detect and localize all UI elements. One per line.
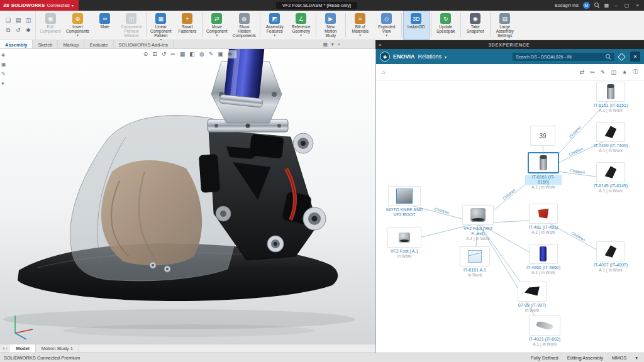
ribbon-button-linear-component-pattern[interactable]: ▦Linear Component Pattern▾	[148, 11, 174, 40]
ribbon-button-show-hidden-components[interactable]: ◍Show Hidden Components	[230, 11, 258, 40]
view-settings-icon[interactable]: ✱	[228, 51, 233, 58]
tab-addins[interactable]: SOLIDWORKS Add-Ins	[114, 40, 174, 48]
status-units-caret[interactable]: ▾	[635, 355, 638, 361]
graph-node-b6161[interactable]: IT-6161 A.1In Work	[457, 246, 493, 277]
tab-evaluate[interactable]: Evaluate	[84, 40, 113, 48]
previous-view-icon[interactable]: ↺	[162, 51, 167, 58]
group-count: 39	[539, 133, 546, 140]
restore-button[interactable]: ▢	[623, 3, 631, 8]
markup-pane-icon[interactable]: ✎	[1, 71, 6, 77]
solidworks-logo[interactable]: 3S SOLIDWORKS Connected ▾	[0, 0, 79, 11]
node-title: 07-99 (IT-997)	[514, 303, 550, 308]
footsm-thumbnail	[399, 233, 410, 243]
favorite-icon[interactable]: ★	[622, 69, 627, 75]
ribbon-button-smart-fasteners[interactable]: +Smart Fasteners	[174, 11, 201, 40]
node-title: IT-491 (IT-491)	[526, 225, 561, 230]
compare-icon[interactable]: ◫	[611, 69, 616, 75]
tab-scroll-arrows[interactable]: « ‹	[0, 344, 10, 353]
cut-icon[interactable]: ✂	[590, 69, 595, 75]
graph-node-dark[interactable]: 07-99 (IT-997)In Work	[514, 282, 550, 312]
zoom-area-icon[interactable]: ⊡	[152, 51, 157, 58]
node-subtitle: In Work	[384, 254, 425, 258]
ribbon-button-mate[interactable]: ∞Mate	[92, 11, 118, 40]
apply-scene-icon[interactable]: ▣	[218, 51, 223, 58]
relations-app-selector[interactable]: Relations	[418, 53, 442, 60]
graph-node-r2[interactable]: IT-7400 (IT-7400)A.1 | In Work	[593, 122, 628, 153]
ribbon-separator	[316, 13, 316, 37]
search-icon[interactable]	[594, 3, 600, 8]
bluecyl-thumbnail	[540, 246, 547, 261]
graph-node-r3[interactable]: IT-6145 (IT-6145)A.1 | In Work	[593, 162, 628, 193]
graphics-area[interactable]: ⊙⊡↺✂▦◧◍✎▣✱ ◈▣✎●	[0, 49, 375, 344]
ribbon-separator	[460, 13, 461, 37]
quick-access-toolbar: ❏▤◫⧉↺✱	[1, 11, 36, 40]
ribbon-button-bill-of-materials[interactable]: ≡Bill of Materials▾	[347, 11, 374, 40]
view-orientation-icon[interactable]: ▦	[180, 51, 186, 58]
ribbon-button-reference-geometry[interactable]: ∠Reference Geometry▾	[288, 11, 314, 40]
app-caret-icon[interactable]: ▾	[445, 55, 447, 59]
compass-icon[interactable]: ◈	[380, 52, 390, 62]
tab-sketch[interactable]: Sketch	[33, 40, 58, 48]
edit-appearance-icon[interactable]: ✎	[209, 51, 214, 58]
save-icon[interactable]: ◫	[24, 16, 33, 25]
search-input[interactable]	[516, 55, 602, 59]
ribbon-button-move-component[interactable]: ⇄Move Component▾	[204, 11, 230, 40]
sensors-pane-icon[interactable]: ●	[1, 80, 6, 86]
apps-grid-icon[interactable]: ▦	[604, 3, 609, 8]
relations-graph-canvas[interactable]: ChildrenChildrenChildrenChildrenChildren…	[376, 80, 644, 353]
tag-icon[interactable]	[618, 53, 626, 61]
ribbon-button-assembly-features[interactable]: ◩Assembly Features▾	[262, 11, 288, 40]
ribbon-button-exploded-view[interactable]: ◇Exploded View▾	[374, 11, 400, 40]
options-icon[interactable]: ✱	[24, 26, 33, 35]
tabrow-close-pane-icon[interactable]: ×	[338, 41, 340, 47]
edit-icon[interactable]: ✎	[601, 69, 606, 75]
graph-node-r1[interactable]: IT-6151 (IT-6151)A.1 | In Work	[593, 82, 628, 112]
graph-node-red[interactable]: IT-491 (IT-491)A.1 | In Work	[526, 204, 561, 234]
ribbon-button-insert-components[interactable]: ⊕Insert Components▾	[64, 11, 92, 40]
open-icon[interactable]: ▤	[14, 16, 23, 25]
graph-node-grp39[interactable]: 39	[528, 126, 558, 146]
minimize-button[interactable]: –	[613, 3, 618, 8]
ribbon-button-instant3d[interactable]: 3DInstant3D	[403, 11, 430, 40]
panel-collapse-icon[interactable]: «	[375, 42, 384, 48]
ribbon-button-large-assembly-settings[interactable]: ▤Large Assembly Settings▾	[492, 11, 518, 40]
tab-model[interactable]: Model	[10, 344, 36, 353]
print-icon[interactable]: ⧉	[4, 26, 13, 35]
undo-icon[interactable]: ↺	[14, 26, 23, 35]
search-magnifier-icon[interactable]	[606, 54, 611, 60]
ribbon-button-update-speedpak[interactable]: ↻Update Speedpak	[433, 11, 459, 40]
ribbon-button-label: Show Hidden Components	[233, 25, 256, 38]
node-thumbnail-card	[387, 228, 422, 248]
graph-node-vroot[interactable]: VF2 Foot (VF2 F...ext)A.1 | In Work	[459, 205, 497, 241]
user-avatar[interactable]: M	[583, 2, 590, 9]
tab-assembly[interactable]: Assembly	[0, 40, 33, 48]
node-thumbnail-card	[596, 82, 626, 102]
route-icon[interactable]: ⇄	[580, 69, 585, 75]
relation-nodes: 39IT-6161 (IT-6160)A.1 | In WorkMOTO KNE…	[376, 80, 644, 353]
tab-markup[interactable]: Markup	[58, 40, 84, 48]
graph-node-n6160[interactable]: IT-6161 (IT-6160)A.1 | In Work	[525, 152, 562, 189]
tab-motion-study-1[interactable]: Motion Study 1	[36, 344, 79, 353]
graph-node-r4[interactable]: IT-4007 (IT-4007)A.1 | In Work	[593, 241, 628, 272]
graph-node-va1[interactable]: VF2 Foot | A.1In Work	[384, 228, 425, 258]
ribbon-button-take-snapshot[interactable]: ◉Take Snapshot	[462, 11, 489, 40]
panel-close-button[interactable]: ×	[630, 52, 640, 62]
graph-node-blue[interactable]: IT-4960 (IT-4960)A.1 | In Work	[526, 244, 561, 275]
close-button[interactable]: ×	[635, 3, 640, 8]
info-icon[interactable]: ⓘ	[633, 68, 638, 76]
tabrow-pane-grid-icon[interactable]: ▦	[323, 41, 328, 47]
zoom-fit-icon[interactable]: ⊙	[143, 51, 148, 58]
display-style-icon[interactable]: ◧	[189, 51, 195, 58]
hide-show-items-icon[interactable]: ◍	[199, 51, 204, 58]
tabrow-collapse-ribbon-icon[interactable]: ▾	[331, 41, 334, 47]
status-units[interactable]: MMGS	[612, 355, 626, 361]
graph-node-blade[interactable]: IT-4021 (IT-602)A.1 | In Work	[526, 315, 564, 346]
feature-tree-icon[interactable]: ◈	[1, 52, 6, 58]
ribbon-button-new-motion-study[interactable]: ▶New Motion Study	[318, 11, 344, 40]
new-document-icon[interactable]: ❏	[4, 16, 13, 25]
section-view-icon[interactable]: ✂	[170, 51, 175, 58]
assembly-features-icon: ◩	[269, 13, 280, 24]
graph-node-moto[interactable]: MOTO KNEE AND VF2 ROOT	[385, 186, 424, 217]
home-icon[interactable]: ⌂	[382, 69, 386, 75]
display-pane-icon[interactable]: ▣	[1, 62, 6, 67]
